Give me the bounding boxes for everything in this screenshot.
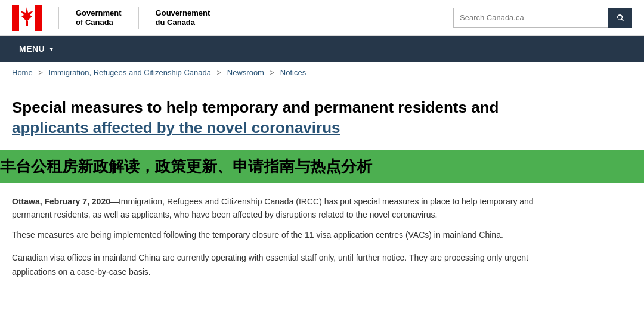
breadcrumb-sep-3: > — [270, 68, 275, 77]
article-title-line1: Special measures to help temporary and p… — [12, 98, 499, 116]
breadcrumb-ircc[interactable]: Immigration, Refugees and Citizenship Ca… — [49, 68, 211, 77]
article-body: Ottawa, February 7, 2020—Immigration, Re… — [0, 195, 572, 300]
chevron-down-icon: ▼ — [48, 46, 54, 52]
gov-name-en-line1: Government — [76, 8, 122, 17]
search-icon — [615, 13, 625, 23]
overlay-banner: 丰台公租房新政解读，政策更新、申请指南与热点分析 — [0, 150, 644, 183]
overlay-text: 丰台公租房新政解读，政策更新、申请指南与热点分析 — [0, 157, 372, 175]
breadcrumb-home[interactable]: Home — [12, 68, 33, 77]
search-input[interactable] — [453, 8, 608, 28]
article-paragraph-3: Canadian visa offices in mainland China … — [12, 251, 561, 280]
breadcrumb-sep-1: > — [38, 68, 43, 77]
dateline-date: Ottawa, February 7, 2020 — [12, 197, 110, 206]
svg-rect-4 — [26, 21, 28, 26]
svg-rect-0 — [12, 5, 19, 31]
gov-name-fr-line2: du Canada — [156, 18, 195, 27]
header-divider — [58, 7, 59, 29]
gov-name-en-line2: of Canada — [76, 18, 113, 27]
main-content: Special measures to help temporary and p… — [0, 83, 572, 150]
search-bar — [453, 8, 632, 28]
site-header: Government of Canada Gouvernement du Can… — [0, 0, 644, 36]
menu-label: MENU — [19, 44, 45, 54]
breadcrumb: Home > Immigration, Refugees and Citizen… — [0, 62, 644, 83]
article-paragraphs: These measures are being implemented fol… — [12, 228, 561, 279]
article-title: Special measures to help temporary and p… — [12, 98, 561, 138]
canada-flag-icon — [12, 5, 42, 31]
breadcrumb-notices[interactable]: Notices — [280, 68, 306, 77]
menu-button[interactable]: MENU ▼ — [12, 39, 62, 58]
gov-name-block: Government of Canada — [76, 8, 122, 27]
article-paragraph-2: These measures are being implemented fol… — [12, 228, 561, 243]
article-title-line2: applicants affected by the novel coronav… — [12, 119, 340, 137]
svg-rect-1 — [35, 5, 42, 31]
search-button[interactable] — [608, 8, 632, 28]
article-dateline: Ottawa, February 7, 2020—Immigration, Re… — [12, 195, 561, 222]
gov-name-fr-line1: Gouvernement — [156, 8, 210, 17]
nav-bar: MENU ▼ — [0, 36, 644, 62]
government-logo: Government of Canada Gouvernement du Can… — [12, 5, 210, 31]
header-divider-2 — [138, 7, 139, 29]
breadcrumb-newsroom[interactable]: Newsroom — [227, 68, 264, 77]
breadcrumb-sep-2: > — [217, 68, 222, 77]
gov-name-fr-block: Gouvernement du Canada — [156, 8, 210, 27]
